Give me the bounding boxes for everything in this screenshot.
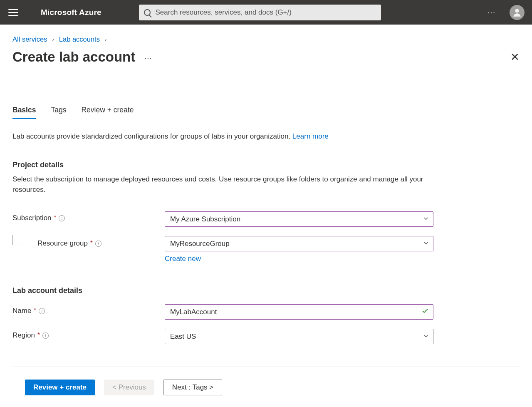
subscription-select[interactable]: My Azure Subscription: [165, 211, 433, 227]
tab-review-create[interactable]: Review + create: [81, 106, 134, 119]
brand-label: Microsoft Azure: [41, 8, 101, 17]
search-icon: [144, 9, 151, 16]
previous-button: < Previous: [104, 380, 154, 395]
svg-point-0: [515, 9, 519, 12]
resource-group-value: MyResourceGroup: [170, 240, 230, 248]
resource-group-label: Resource group * i: [12, 236, 165, 248]
tab-description: Lab accounts provide standardized config…: [12, 132, 520, 141]
learn-more-link[interactable]: Learn more: [292, 132, 329, 140]
project-details-desc: Select the subscription to manage deploy…: [12, 174, 437, 195]
global-search[interactable]: [139, 5, 381, 20]
subscription-label: Subscription * i: [12, 211, 165, 222]
chevron-down-icon: [423, 333, 429, 341]
page-more-icon[interactable]: ⋯: [144, 51, 152, 63]
chevron-down-icon: [423, 240, 429, 248]
info-icon[interactable]: i: [59, 215, 65, 221]
subscription-value: My Azure Subscription: [170, 215, 240, 223]
info-icon[interactable]: i: [39, 308, 45, 314]
required-indicator: *: [37, 331, 40, 338]
hamburger-menu-icon[interactable]: [6, 5, 21, 20]
wizard-footer: Review + create < Previous Next : Tags >: [12, 367, 520, 407]
info-icon[interactable]: i: [95, 241, 101, 247]
region-value: East US: [170, 333, 196, 341]
required-indicator: *: [54, 213, 57, 221]
next-button[interactable]: Next : Tags >: [163, 380, 222, 395]
breadcrumb-all-services[interactable]: All services: [12, 35, 47, 43]
indent-line: [12, 235, 28, 245]
chevron-down-icon: [423, 215, 429, 223]
region-select[interactable]: East US: [165, 329, 433, 344]
breadcrumb: All services › Lab accounts ›: [12, 35, 520, 43]
name-label: Name * i: [12, 304, 165, 315]
top-bar: Microsoft Azure ⋯: [0, 0, 532, 25]
search-input[interactable]: [151, 8, 376, 17]
review-create-button[interactable]: Review + create: [25, 380, 95, 395]
resource-group-select[interactable]: MyResourceGroup: [165, 236, 433, 251]
info-icon[interactable]: i: [42, 333, 49, 339]
chevron-right-icon: ›: [52, 36, 54, 42]
chevron-right-icon: ›: [105, 36, 106, 42]
required-indicator: *: [34, 306, 36, 313]
breadcrumb-lab-accounts[interactable]: Lab accounts: [59, 35, 100, 43]
name-input[interactable]: MyLabAccount: [165, 304, 433, 320]
more-menu-icon[interactable]: ⋯: [487, 7, 496, 17]
tab-basics[interactable]: Basics: [12, 106, 36, 119]
account-avatar[interactable]: [510, 5, 525, 20]
required-indicator: *: [90, 239, 93, 246]
form-tabs: Basics Tags Review + create: [12, 106, 520, 119]
name-value: MyLabAccount: [170, 308, 217, 316]
tab-tags[interactable]: Tags: [51, 106, 66, 119]
check-icon: [421, 307, 429, 317]
intro-text: Lab accounts provide standardized config…: [12, 132, 292, 140]
user-icon: [512, 7, 522, 18]
lab-details-heading: Lab account details: [12, 286, 520, 295]
close-icon[interactable]: ✕: [510, 51, 520, 64]
project-details-heading: Project details: [12, 161, 520, 169]
region-label: Region * i: [12, 329, 165, 340]
page-title: Create lab account: [12, 49, 135, 65]
create-new-link[interactable]: Create new: [165, 255, 201, 263]
